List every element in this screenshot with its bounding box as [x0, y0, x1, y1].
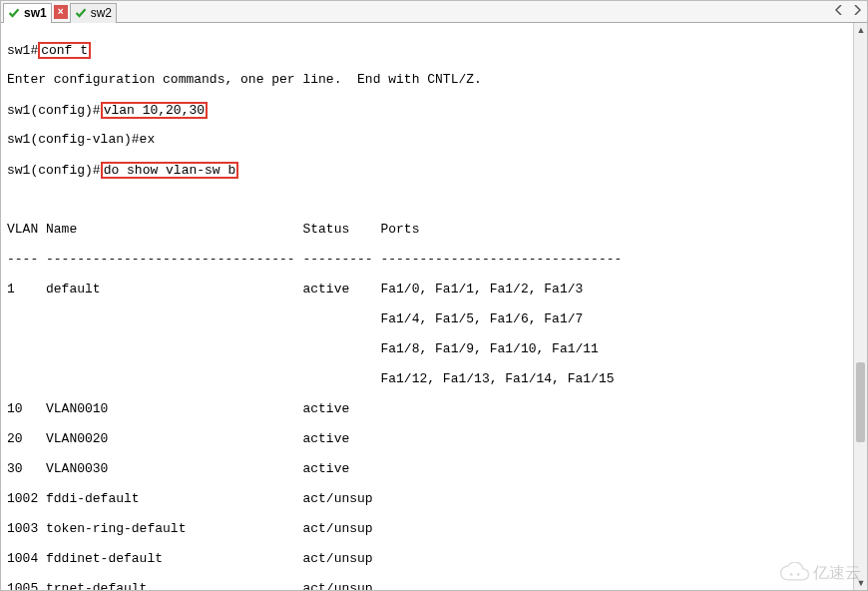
table-row: Fa1/4, Fa1/5, Fa1/6, Fa1/7 — [7, 311, 849, 326]
table-row: 1004 fddinet-default act/unsup — [7, 551, 849, 566]
highlight-vlan-create: vlan 10,20,30 — [101, 102, 208, 119]
scroll-up-icon[interactable]: ▲ — [854, 23, 868, 37]
scroll-thumb[interactable] — [856, 362, 865, 442]
terminal-line: Enter configuration commands, one per li… — [7, 72, 849, 87]
scrollbar[interactable]: ▲ ▼ — [853, 23, 867, 590]
table-row: 1 default active Fa1/0, Fa1/1, Fa1/2, Fa… — [7, 282, 849, 296]
tab-sw1[interactable]: sw1 — [3, 3, 52, 23]
tab-sw2[interactable]: sw2 — [70, 3, 117, 23]
check-icon — [75, 7, 87, 19]
prompt: sw1# — [7, 43, 38, 58]
table-row: 30 VLAN0030 active — [7, 461, 849, 476]
table-row: 20 VLAN0020 active — [7, 431, 849, 446]
table-row: Fa1/8, Fa1/9, Fa1/10, Fa1/11 — [7, 341, 849, 356]
tab-nav — [833, 3, 863, 17]
terminal-output[interactable]: sw1#conf t Enter configuration commands,… — [1, 23, 853, 590]
table-row: 1002 fddi-default act/unsup — [7, 491, 849, 506]
prev-tab-icon[interactable] — [833, 3, 845, 17]
tab-bar: sw1 × sw2 — [1, 1, 867, 23]
scroll-down-icon[interactable]: ▼ — [854, 576, 868, 590]
table-row: Fa1/12, Fa1/13, Fa1/14, Fa1/15 — [7, 371, 849, 386]
check-icon — [8, 7, 20, 19]
table-row: 1003 token-ring-default act/unsup — [7, 521, 849, 536]
prompt: sw1(config)# — [7, 103, 101, 118]
vlan-table-header: VLAN Name Status Ports — [7, 222, 849, 237]
highlight-conf-t: conf t — [38, 42, 91, 59]
table-row: 1005 trnet-default act/unsup — [7, 581, 849, 590]
close-icon[interactable]: × — [54, 5, 68, 19]
next-tab-icon[interactable] — [851, 3, 863, 17]
tab-label: sw1 — [24, 6, 47, 20]
vlan-table-divider: ---- -------------------------------- --… — [7, 252, 849, 267]
tab-label: sw2 — [91, 6, 112, 20]
prompt: sw1(config)# — [7, 163, 101, 178]
table-row: 10 VLAN0010 active — [7, 401, 849, 416]
highlight-show-vlan: do show vlan-sw b — [101, 162, 239, 179]
terminal-line: sw1(config-vlan)#ex — [7, 132, 849, 147]
